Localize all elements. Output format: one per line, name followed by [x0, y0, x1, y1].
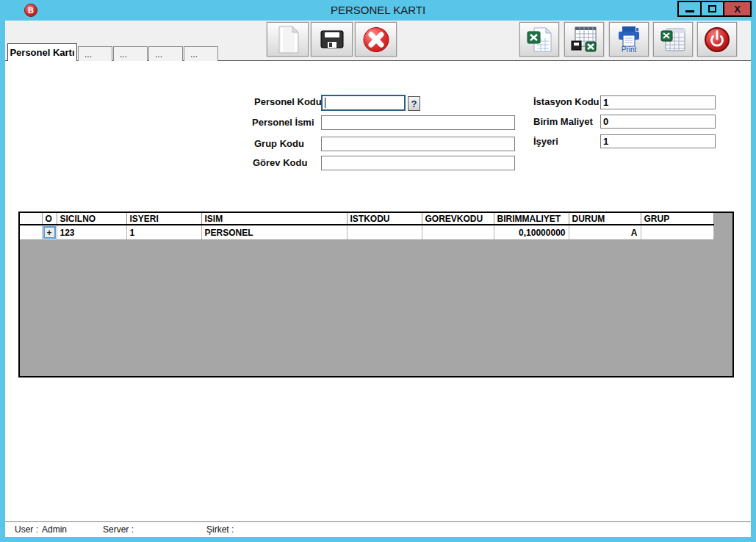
tab-personel-karti[interactable]: Personel Kartı: [7, 43, 77, 61]
print-button-label: Print: [622, 46, 637, 54]
table-row: + 123 1 PERSONEL 0,10000000 A: [20, 225, 713, 240]
app-window: B PERSONEL KARTI X: [0, 0, 756, 542]
cancel-button[interactable]: [355, 22, 397, 57]
window-controls: X: [679, 1, 752, 17]
tab-blank-4[interactable]: ...: [184, 46, 218, 61]
tab-strip: Personel Kartı ... ... ... ...: [7, 43, 218, 61]
grid-header-birimmaliyet[interactable]: BIRIMMALIYET: [494, 213, 569, 225]
row-selector-cell[interactable]: [20, 225, 42, 240]
minimize-icon: [685, 10, 694, 12]
grid-header-grup[interactable]: GRUP: [641, 213, 713, 225]
save-excel-button[interactable]: [564, 22, 604, 57]
user-label: User :: [15, 524, 38, 535]
status-bar: User : Admin Server : Şirket :: [5, 521, 751, 537]
minimize-button[interactable]: [677, 1, 702, 17]
excel-floppy-grid-icon: [569, 25, 599, 54]
grid-header-sicilno[interactable]: SICILNO: [57, 213, 126, 225]
text-caret: [325, 98, 325, 108]
personnel-grid: O SICILNO ISYERI ISIM ISTKODU GOREVKODU …: [18, 212, 734, 377]
birim-maliyet-input[interactable]: [600, 115, 716, 129]
grid-header-row: O SICILNO ISYERI ISIM ISTKODU GOREVKODU …: [20, 213, 713, 225]
personel-kodu-lookup-button[interactable]: ?: [408, 96, 420, 111]
cell-istkodu[interactable]: [347, 225, 422, 240]
titlebar: B PERSONEL KARTI X: [0, 0, 756, 21]
personel-kodu-label: Personel Kodu: [254, 96, 322, 107]
tab-blank-2[interactable]: ...: [113, 46, 148, 61]
isyeri-input[interactable]: [600, 134, 716, 148]
cell-sicilno[interactable]: 123: [57, 225, 126, 240]
istasyon-kodu-label: İstasyon Kodu: [533, 96, 600, 107]
grid-header-istkodu[interactable]: ISTKODU: [347, 213, 422, 225]
cell-isyeri[interactable]: 1: [126, 225, 201, 240]
personel-ismi-label: Personel İsmi: [252, 117, 314, 128]
grid-header-isim[interactable]: ISIM: [201, 213, 347, 225]
cell-grup[interactable]: [641, 225, 713, 240]
blank-document-icon: [274, 25, 302, 54]
grid-header-o[interactable]: O: [42, 213, 57, 225]
cell-gorevkodu[interactable]: [422, 225, 494, 240]
grid-header-durum[interactable]: DURUM: [569, 213, 641, 225]
excel-document-icon: [525, 26, 554, 54]
new-record-button[interactable]: [267, 22, 309, 57]
save-button[interactable]: [311, 22, 353, 57]
excel-grid-button[interactable]: [653, 22, 693, 57]
birim-maliyet-label: Birim Maliyet: [533, 116, 593, 127]
grid-table: O SICILNO ISYERI ISIM ISTKODU GOREVKODU …: [20, 213, 714, 240]
personel-kodu-input[interactable]: [321, 95, 406, 111]
gorev-kodu-input[interactable]: [321, 156, 515, 170]
grid-header-gorevkodu[interactable]: GOREVKODU: [422, 213, 494, 225]
window-body: Print: [5, 21, 751, 537]
maximize-button[interactable]: [700, 1, 724, 17]
grup-kodu-input[interactable]: [321, 137, 515, 151]
cell-birimmaliyet[interactable]: 0,10000000: [494, 225, 569, 240]
user-value: Admin: [42, 524, 67, 535]
close-button[interactable]: X: [723, 1, 752, 17]
print-button[interactable]: Print: [609, 22, 649, 57]
cell-isim[interactable]: PERSONEL: [201, 225, 347, 240]
grup-kodu-label: Grup Kodu: [254, 138, 304, 149]
grid-header-selector[interactable]: [20, 213, 42, 225]
power-icon: [702, 25, 732, 54]
gorev-kodu-label: Görev Kodu: [253, 157, 307, 168]
grid-header-isyeri[interactable]: ISYERI: [126, 213, 201, 225]
excel-calendar-icon: [658, 26, 688, 54]
tab-blank-3[interactable]: ...: [148, 46, 183, 61]
personel-ismi-input[interactable]: [321, 115, 515, 130]
server-label: Server :: [103, 524, 134, 535]
tab-blank-1[interactable]: ...: [78, 46, 112, 61]
cell-durum[interactable]: A: [569, 225, 641, 240]
expand-row-button[interactable]: +: [43, 226, 56, 239]
maximize-icon: [708, 5, 716, 12]
isyeri-label: İşyeri: [533, 136, 558, 147]
floppy-disk-icon: [318, 26, 346, 54]
exit-button[interactable]: [697, 22, 737, 57]
export-excel-button[interactable]: [519, 22, 559, 57]
company-label: Şirket :: [206, 524, 234, 535]
red-cancel-icon: [361, 25, 391, 54]
istasyon-kodu-input[interactable]: [600, 95, 716, 109]
row-expand-cell: +: [42, 225, 57, 240]
printer-icon: [616, 26, 641, 48]
window-title: PERSONEL KARTI: [0, 4, 756, 16]
